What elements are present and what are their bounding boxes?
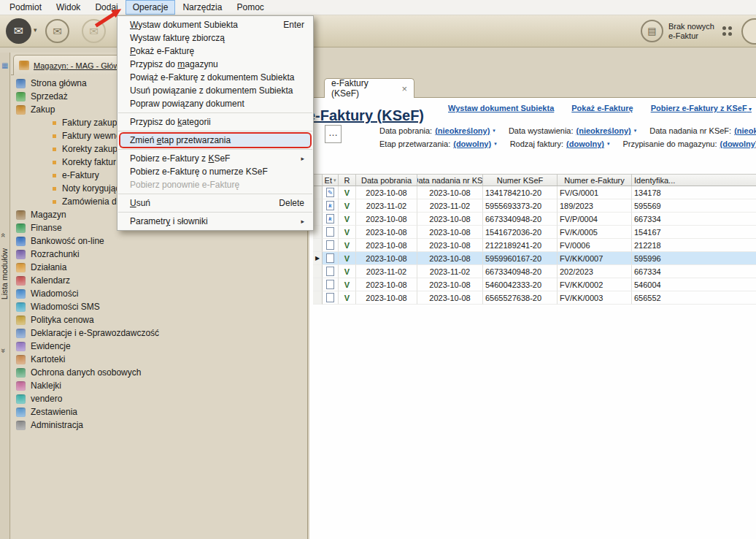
- filter-value[interactable]: (dowolny): [566, 139, 604, 148]
- menu-item-usu-powi-zanie-z-dokumentem-subiekta[interactable]: Usuń powiązanie z dokumentem Subiekta: [117, 84, 313, 97]
- collapse-up-icon[interactable]: «: [0, 233, 8, 237]
- filter-label: Data nadania nr KSeF:: [649, 126, 731, 135]
- sidebar-item-kartoteki[interactable]: Kartoteki: [11, 353, 306, 366]
- menu-item-zmie-etap-przetwarzania[interactable]: Zmień etap przetwarzania: [120, 134, 310, 147]
- mail-button[interactable]: ✉: [45, 19, 69, 43]
- warehouse-context-tab[interactable]: Magazyn: - MAG - Głów...: [13, 55, 124, 75]
- menu-item-label: Usuń: [130, 198, 269, 208]
- filter-value[interactable]: (dowolny): [720, 139, 756, 148]
- cell-date: 2023-10-08: [417, 213, 483, 226]
- module-strip: ▦ « Lista modułów »: [0, 53, 10, 539]
- menu-item-popraw-powi-zany-dokument[interactable]: Popraw powiązany dokument: [117, 97, 313, 110]
- column-header-et[interactable]: Et▾: [323, 174, 339, 186]
- cell-num: 6673340948-20: [483, 265, 558, 278]
- link-poka-e-faktur[interactable]: Pokaż e-Fakturę: [571, 104, 633, 112]
- sidebar-item-polityka-cenowa[interactable]: Polityka cenowa: [11, 313, 306, 326]
- link-wystaw-dokument-subiekta[interactable]: Wystaw dokument Subiekta: [448, 104, 554, 112]
- menu-item-pobierz-e-faktur-o-numerze-ksef[interactable]: Pobierz e-Fakturę o numerze KSeF: [117, 165, 313, 178]
- filter-value[interactable]: (nieokreślony): [576, 126, 631, 135]
- menu-separator: [118, 212, 312, 213]
- column-header-numer-e-faktury[interactable]: Numer e-Faktury: [558, 174, 632, 186]
- chevron-down-icon[interactable]: ▾: [34, 26, 37, 34]
- notice-line-2: e-Faktur: [668, 31, 714, 41]
- chevron-down-icon: ▾: [634, 128, 637, 134]
- document-k-icon: [326, 201, 334, 210]
- tab-efaktury-ksef[interactable]: e-Faktury (KSeF) ×: [324, 78, 414, 98]
- column-header-identyfika[interactable]: Identyfika...: [632, 174, 756, 186]
- sidebar-item-vendero[interactable]: vendero: [11, 392, 306, 405]
- cell-num: 202/2023: [558, 265, 632, 278]
- menu-item-pobierz-ponownie-e-faktur[interactable]: Pobierz ponownie e-Fakturę: [117, 178, 313, 191]
- menubar-item-operacje[interactable]: Operacje: [126, 0, 176, 15]
- close-icon[interactable]: ×: [401, 83, 407, 94]
- table-row[interactable]: V2023-10-082023-10-086673340948-20FV/P/0…: [313, 213, 756, 226]
- menu-item-usu[interactable]: UsuńDelete: [117, 196, 313, 210]
- filter-value[interactable]: (nieokreślony): [734, 126, 756, 135]
- cell-etap: [323, 252, 339, 265]
- menu-item-poka-e-faktur[interactable]: Pokaż e-Fakturę: [117, 45, 313, 58]
- table-row[interactable]: V2023-10-082023-10-082122189241-20FV/000…: [313, 239, 756, 252]
- collapse-down-icon[interactable]: »: [0, 348, 8, 353]
- filter-value[interactable]: (nieokreślony): [435, 126, 490, 135]
- bullet-icon: [53, 187, 56, 191]
- document-icon: [326, 280, 334, 289]
- sidebar-item-rozrachunki[interactable]: Rozrachunki: [11, 248, 306, 261]
- column-header-data-nadania-nr-kse[interactable]: Data nadania nr KSe: [417, 174, 483, 186]
- cell-date: 2023-10-08: [417, 252, 483, 265]
- toolbar-edge-button[interactable]: [741, 18, 756, 45]
- actions-icon: [16, 263, 26, 272]
- column-header-r[interactable]: R: [339, 174, 356, 186]
- table-row[interactable]: V2023-10-082023-10-086565527638-20FV/KK/…: [313, 291, 756, 305]
- menu-item-powi-e-faktur-z-dokumentem-subiekta[interactable]: Powiąż e-Fakturę z dokumentem Subiekta: [117, 71, 313, 84]
- sidebar-item-zestawienia[interactable]: Zestawienia: [11, 405, 306, 418]
- send-message-button[interactable]: ✉: [6, 18, 31, 44]
- sidebar-item-label: Sprzedaż: [31, 91, 68, 102]
- sidebar-item-wiadomo-ci-sms[interactable]: Wiadomości SMS: [11, 300, 306, 313]
- column-header-data-pobrania[interactable]: Data pobrania: [356, 174, 417, 186]
- calendar-icon: [16, 276, 26, 286]
- table-row[interactable]: V2023-10-082023-10-081541672036-20FV/K/0…: [313, 226, 756, 239]
- cell-r: V: [339, 278, 356, 291]
- sidebar-item-ochrona-danych-osobowych[interactable]: Ochrona danych osobowych: [11, 366, 306, 379]
- cell-num: FV/K/0005: [558, 226, 632, 239]
- menu-item-przypisz-do-kategorii[interactable]: Przypisz do kategorii: [117, 115, 313, 129]
- sidebar-item-label: Kartoteki: [31, 354, 65, 364]
- table-row[interactable]: V2023-11-022023-11-025955693373-20189/20…: [313, 199, 756, 213]
- table-row[interactable]: V2023-10-082023-10-085460042333-20FV/KK/…: [313, 278, 756, 291]
- document-icon: [326, 267, 334, 276]
- menu-item-przypisz-do-magazynu[interactable]: Przypisz do magazynu: [117, 58, 313, 71]
- menu-item-pobierz-e-faktury-z-ksef[interactable]: Pobierz e-Faktury z KSeF▸: [117, 152, 313, 165]
- column-header-numer-ksef[interactable]: Numer KSeF: [483, 174, 558, 186]
- toolbar: ✉ ▾ ✉ ✉ ▤ Brak nowych e-Faktur: [0, 15, 756, 47]
- sidebar-item-wiadomo-ci[interactable]: Wiadomości: [11, 287, 306, 300]
- cell-num: 5955693373-20: [483, 199, 558, 213]
- sort-arrow-icon: ▾: [333, 177, 336, 183]
- apps-icon[interactable]: [722, 26, 726, 30]
- table-row[interactable]: V2023-10-082023-10-081341784210-20FV/G/0…: [313, 186, 756, 199]
- cell-date: 2023-10-08: [356, 213, 417, 226]
- sidebar-item-kalendarz[interactable]: Kalendarz: [11, 274, 306, 287]
- sidebar-item-bankowo-on-line[interactable]: Bankowość on-line: [11, 234, 306, 248]
- menu-item-wystaw-dokument-subiekta[interactable]: Wystaw dokument SubiektaEnter: [117, 18, 313, 31]
- menubar-item-narz-dzia[interactable]: Narzędzia: [175, 0, 229, 15]
- menu-item-parametry-i-s-owniki[interactable]: Parametry i słowniki▸: [117, 215, 313, 228]
- sidebar-item-ewidencje[interactable]: Ewidencje: [11, 340, 306, 353]
- sidebar-item-administracja[interactable]: Administracja: [11, 418, 306, 432]
- filter-value[interactable]: (dowolny): [453, 139, 491, 148]
- menubar-item-podmiot[interactable]: Podmiot: [2, 0, 49, 15]
- menu-item-label: Powiąż e-Fakturę z dokumentem Subiekta: [130, 72, 304, 83]
- module-strip-label: Lista modułów: [0, 248, 9, 299]
- sidebar-item-deklaracje-i-e-sprawozdawczo[interactable]: Deklaracje i e-Sprawozdawczość: [11, 326, 306, 340]
- cell-num: 667334: [632, 265, 756, 278]
- table-row[interactable]: ▶V2023-10-082023-10-085959960167-20FV/KK…: [313, 252, 756, 265]
- cell-date: 2023-10-08: [417, 186, 483, 199]
- menubar-item-widok[interactable]: Widok: [49, 0, 88, 15]
- menu-item-wystaw-faktur-zbiorcz[interactable]: Wystaw fakturę zbiorczą: [117, 31, 313, 45]
- filter-settings-button[interactable]: …: [325, 125, 342, 143]
- menubar-item-pomoc[interactable]: Pomoc: [229, 0, 271, 15]
- link-pobierz-e-faktury-z-ksef[interactable]: Pobierz e-Faktury z KSeF ▾: [651, 104, 752, 112]
- table-row[interactable]: V2023-11-022023-11-026673340948-20202/20…: [313, 265, 756, 278]
- sidebar-item-dzia-ania[interactable]: Działania: [11, 261, 306, 274]
- sidebar-item-naklejki[interactable]: Naklejki: [11, 379, 306, 392]
- cell-r: V: [339, 186, 356, 199]
